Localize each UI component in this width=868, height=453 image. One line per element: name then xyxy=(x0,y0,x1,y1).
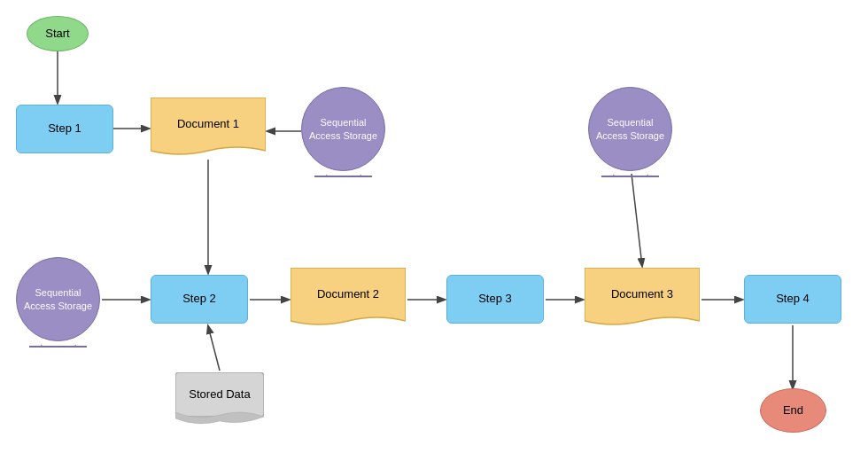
doc2-label: Document 2 xyxy=(317,287,379,302)
seq1-label: Sequential Access Storage xyxy=(309,116,377,142)
end-node: End xyxy=(760,388,826,433)
doc1-node: Document 1 xyxy=(151,98,266,164)
step2-label: Step 2 xyxy=(182,292,216,307)
seq1-underline xyxy=(314,174,372,177)
seq3-node: Sequential Access Storage xyxy=(588,87,672,171)
seq2-underline xyxy=(29,344,87,348)
step3-label: Step 3 xyxy=(478,292,512,307)
start-label: Start xyxy=(45,27,69,42)
seq3-underline xyxy=(601,174,659,177)
step2-node: Step 2 xyxy=(151,275,248,324)
step3-node: Step 3 xyxy=(446,275,544,324)
diagram: Start Step 1 Document 1 Sequential Acces… xyxy=(0,0,868,453)
step4-node: Step 4 xyxy=(744,275,841,324)
seq3-label: Sequential Access Storage xyxy=(596,116,664,142)
arrows-overlay xyxy=(0,0,868,453)
end-label: End xyxy=(783,403,803,418)
svg-line-10 xyxy=(208,326,220,371)
svg-line-8 xyxy=(632,174,642,266)
seq2-label: Sequential Access Storage xyxy=(24,286,92,312)
stored-data-label: Stored Data xyxy=(189,387,250,402)
doc3-node: Document 3 xyxy=(585,268,700,334)
doc1-label: Document 1 xyxy=(177,117,239,132)
stored-data-node: Stored Data xyxy=(175,372,264,426)
step1-node: Step 1 xyxy=(16,105,113,153)
doc3-label: Document 3 xyxy=(611,287,673,302)
step4-label: Step 4 xyxy=(776,292,810,307)
seq2-node: Sequential Access Storage xyxy=(16,257,100,341)
seq1-node: Sequential Access Storage xyxy=(301,87,385,171)
start-node: Start xyxy=(27,16,89,51)
doc2-node: Document 2 xyxy=(291,268,406,334)
step1-label: Step 1 xyxy=(48,121,81,137)
